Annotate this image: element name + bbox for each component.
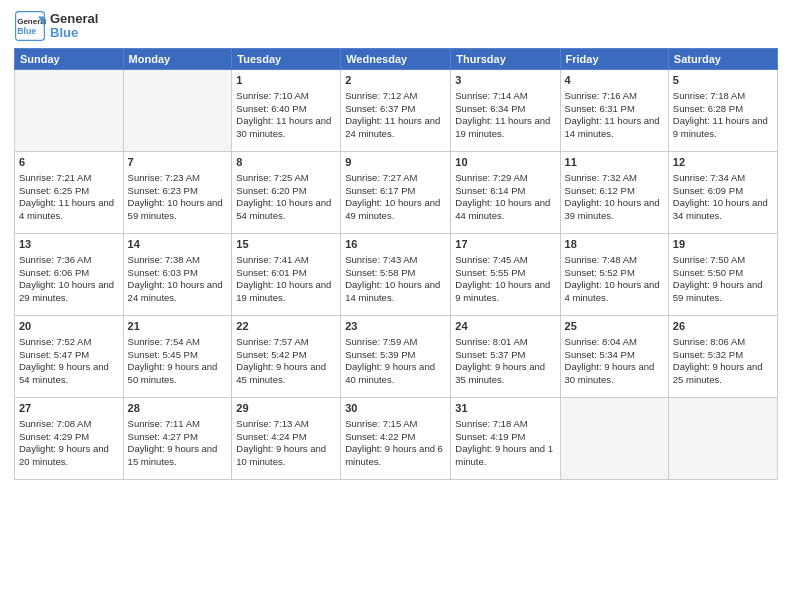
cell-text: Sunset: 4:24 PM xyxy=(236,431,336,444)
weekday-header-wednesday: Wednesday xyxy=(341,49,451,70)
day-number: 26 xyxy=(673,319,773,334)
day-number: 13 xyxy=(19,237,119,252)
day-number: 29 xyxy=(236,401,336,416)
day-number: 23 xyxy=(345,319,446,334)
cell-text: Sunset: 5:52 PM xyxy=(565,267,664,280)
day-number: 15 xyxy=(236,237,336,252)
cell-text: Daylight: 9 hours and 30 minutes. xyxy=(565,361,664,387)
calendar-table: SundayMondayTuesdayWednesdayThursdayFrid… xyxy=(14,48,778,480)
header: General Blue GeneralBlue xyxy=(14,10,778,42)
cell-text: Daylight: 10 hours and 14 minutes. xyxy=(345,279,446,305)
cell-text: Sunrise: 8:06 AM xyxy=(673,336,773,349)
cell-text: Sunset: 6:20 PM xyxy=(236,185,336,198)
cell-text: Daylight: 9 hours and 15 minutes. xyxy=(128,443,228,469)
day-number: 31 xyxy=(455,401,555,416)
cell-text: Daylight: 10 hours and 34 minutes. xyxy=(673,197,773,223)
day-cell: 19Sunrise: 7:50 AMSunset: 5:50 PMDayligh… xyxy=(668,234,777,316)
cell-text: Daylight: 11 hours and 30 minutes. xyxy=(236,115,336,141)
day-cell: 14Sunrise: 7:38 AMSunset: 6:03 PMDayligh… xyxy=(123,234,232,316)
cell-text: Sunset: 6:31 PM xyxy=(565,103,664,116)
week-row-4: 20Sunrise: 7:52 AMSunset: 5:47 PMDayligh… xyxy=(15,316,778,398)
cell-text: Daylight: 10 hours and 19 minutes. xyxy=(236,279,336,305)
cell-text: Sunrise: 7:48 AM xyxy=(565,254,664,267)
weekday-header-sunday: Sunday xyxy=(15,49,124,70)
day-cell: 10Sunrise: 7:29 AMSunset: 6:14 PMDayligh… xyxy=(451,152,560,234)
cell-text: Daylight: 11 hours and 14 minutes. xyxy=(565,115,664,141)
day-cell: 6Sunrise: 7:21 AMSunset: 6:25 PMDaylight… xyxy=(15,152,124,234)
day-cell: 27Sunrise: 7:08 AMSunset: 4:29 PMDayligh… xyxy=(15,398,124,480)
day-number: 9 xyxy=(345,155,446,170)
day-number: 14 xyxy=(128,237,228,252)
cell-text: Sunrise: 7:18 AM xyxy=(673,90,773,103)
cell-text: Daylight: 11 hours and 9 minutes. xyxy=(673,115,773,141)
day-cell: 31Sunrise: 7:18 AMSunset: 4:19 PMDayligh… xyxy=(451,398,560,480)
logo-icon: General Blue xyxy=(14,10,46,42)
day-cell: 16Sunrise: 7:43 AMSunset: 5:58 PMDayligh… xyxy=(341,234,451,316)
cell-text: Daylight: 11 hours and 4 minutes. xyxy=(19,197,119,223)
cell-text: Sunrise: 7:13 AM xyxy=(236,418,336,431)
cell-text: Daylight: 9 hours and 35 minutes. xyxy=(455,361,555,387)
day-cell: 3Sunrise: 7:14 AMSunset: 6:34 PMDaylight… xyxy=(451,70,560,152)
cell-text: Sunrise: 7:57 AM xyxy=(236,336,336,349)
day-number: 24 xyxy=(455,319,555,334)
day-cell: 22Sunrise: 7:57 AMSunset: 5:42 PMDayligh… xyxy=(232,316,341,398)
cell-text: Sunrise: 7:10 AM xyxy=(236,90,336,103)
cell-text: Daylight: 9 hours and 10 minutes. xyxy=(236,443,336,469)
cell-text: Sunset: 5:45 PM xyxy=(128,349,228,362)
weekday-header-tuesday: Tuesday xyxy=(232,49,341,70)
cell-text: Sunset: 4:19 PM xyxy=(455,431,555,444)
weekday-header-friday: Friday xyxy=(560,49,668,70)
week-row-5: 27Sunrise: 7:08 AMSunset: 4:29 PMDayligh… xyxy=(15,398,778,480)
day-cell: 11Sunrise: 7:32 AMSunset: 6:12 PMDayligh… xyxy=(560,152,668,234)
day-number: 6 xyxy=(19,155,119,170)
day-cell: 7Sunrise: 7:23 AMSunset: 6:23 PMDaylight… xyxy=(123,152,232,234)
cell-text: Sunset: 6:14 PM xyxy=(455,185,555,198)
day-cell: 24Sunrise: 8:01 AMSunset: 5:37 PMDayligh… xyxy=(451,316,560,398)
cell-text: Sunrise: 7:23 AM xyxy=(128,172,228,185)
day-cell: 12Sunrise: 7:34 AMSunset: 6:09 PMDayligh… xyxy=(668,152,777,234)
day-number: 18 xyxy=(565,237,664,252)
cell-text: Sunrise: 7:45 AM xyxy=(455,254,555,267)
cell-text: Sunset: 4:29 PM xyxy=(19,431,119,444)
cell-text: Sunrise: 7:52 AM xyxy=(19,336,119,349)
day-number: 4 xyxy=(565,73,664,88)
cell-text: Daylight: 10 hours and 44 minutes. xyxy=(455,197,555,223)
week-row-3: 13Sunrise: 7:36 AMSunset: 6:06 PMDayligh… xyxy=(15,234,778,316)
day-cell xyxy=(668,398,777,480)
day-cell: 17Sunrise: 7:45 AMSunset: 5:55 PMDayligh… xyxy=(451,234,560,316)
cell-text: Daylight: 10 hours and 4 minutes. xyxy=(565,279,664,305)
cell-text: Sunset: 6:28 PM xyxy=(673,103,773,116)
cell-text: Sunset: 5:47 PM xyxy=(19,349,119,362)
cell-text: Sunrise: 7:27 AM xyxy=(345,172,446,185)
day-number: 1 xyxy=(236,73,336,88)
day-number: 11 xyxy=(565,155,664,170)
cell-text: Sunrise: 8:04 AM xyxy=(565,336,664,349)
day-cell: 23Sunrise: 7:59 AMSunset: 5:39 PMDayligh… xyxy=(341,316,451,398)
cell-text: Sunset: 4:22 PM xyxy=(345,431,446,444)
cell-text: Sunset: 5:42 PM xyxy=(236,349,336,362)
day-cell: 15Sunrise: 7:41 AMSunset: 6:01 PMDayligh… xyxy=(232,234,341,316)
cell-text: Sunset: 5:32 PM xyxy=(673,349,773,362)
day-cell: 25Sunrise: 8:04 AMSunset: 5:34 PMDayligh… xyxy=(560,316,668,398)
cell-text: Sunrise: 7:32 AM xyxy=(565,172,664,185)
day-number: 20 xyxy=(19,319,119,334)
cell-text: Sunset: 4:27 PM xyxy=(128,431,228,444)
cell-text: Daylight: 10 hours and 54 minutes. xyxy=(236,197,336,223)
day-cell: 21Sunrise: 7:54 AMSunset: 5:45 PMDayligh… xyxy=(123,316,232,398)
cell-text: Sunrise: 7:50 AM xyxy=(673,254,773,267)
cell-text: Daylight: 9 hours and 20 minutes. xyxy=(19,443,119,469)
cell-text: Daylight: 9 hours and 25 minutes. xyxy=(673,361,773,387)
day-number: 19 xyxy=(673,237,773,252)
cell-text: Daylight: 10 hours and 9 minutes. xyxy=(455,279,555,305)
svg-text:Blue: Blue xyxy=(17,26,36,36)
weekday-header-thursday: Thursday xyxy=(451,49,560,70)
cell-text: Sunset: 5:39 PM xyxy=(345,349,446,362)
cell-text: Daylight: 9 hours and 6 minutes. xyxy=(345,443,446,469)
cell-text: Sunrise: 7:21 AM xyxy=(19,172,119,185)
cell-text: Sunrise: 7:34 AM xyxy=(673,172,773,185)
cell-text: Sunset: 5:34 PM xyxy=(565,349,664,362)
cell-text: Sunrise: 7:59 AM xyxy=(345,336,446,349)
cell-text: Sunrise: 7:18 AM xyxy=(455,418,555,431)
cell-text: Sunset: 6:40 PM xyxy=(236,103,336,116)
day-cell: 4Sunrise: 7:16 AMSunset: 6:31 PMDaylight… xyxy=(560,70,668,152)
